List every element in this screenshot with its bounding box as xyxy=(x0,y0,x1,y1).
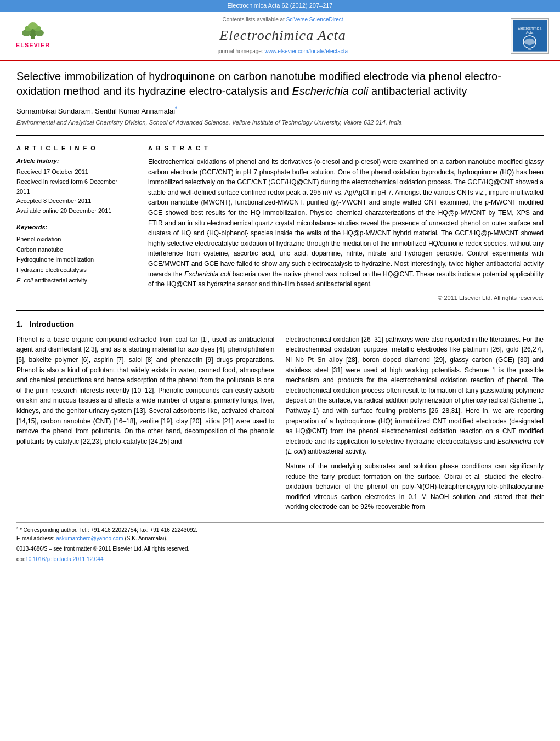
doi-label: doi: xyxy=(16,556,25,562)
keyword-1: Phenol oxidation xyxy=(16,234,128,245)
section-1-label: Introduction xyxy=(29,320,74,329)
svg-point-6 xyxy=(28,22,38,29)
elsevier-wordmark: ELSEVIER xyxy=(16,41,50,49)
article-info-col: A R T I C L E I N F O Article history: R… xyxy=(16,144,137,303)
issn-line: 0013-4686/$ – see front matter © 2011 El… xyxy=(16,545,544,553)
authors-line: Sornambikai Sundaram, Senthil Kumar Anna… xyxy=(16,105,544,117)
email-label: E-mail address: xyxy=(16,535,54,541)
keywords-block: Keywords: Phenol oxidation Carbon nanotu… xyxy=(16,223,128,285)
article-title: Selective immobilization of hydroquinone… xyxy=(16,69,544,99)
issn-text: 0013-4686/$ – see front matter © 2011 El… xyxy=(16,546,189,552)
journal-logo-box: Electrochimica Acta ISE xyxy=(511,18,549,54)
info-abstract-section: A R T I C L E I N F O Article history: R… xyxy=(16,144,544,303)
received-date: Received 17 October 2011 xyxy=(16,167,128,177)
abstract-body: Electrochemical oxidations of phenol and… xyxy=(148,157,544,290)
svg-text:ISE: ISE xyxy=(528,48,532,50)
species-italic-abstract: Escherichia coli xyxy=(184,270,230,278)
author-names: Sornambikai Sundaram, Senthil Kumar Anna… xyxy=(16,107,175,115)
sciverse-link[interactable]: SciVerse ScienceDirect xyxy=(286,16,343,22)
intro-left-col: Phenol is a basic organic compound extra… xyxy=(16,335,275,517)
footnote-star: * * Corresponding author. Tel.: +91 416 … xyxy=(16,525,544,534)
keyword-4: Hydrazine electrocatalysis xyxy=(16,265,128,275)
sciverse-bar: Contents lists available at SciVerse Sci… xyxy=(55,16,511,24)
section-1-title: 1. Introduction xyxy=(16,319,544,330)
elsevier-tree-icon xyxy=(16,22,49,41)
elsevier-logo: ELSEVIER xyxy=(11,22,55,49)
intro-right-col: electrochemical oxidation [26–31] pathwa… xyxy=(286,335,544,517)
homepage-label: journal homepage: xyxy=(218,48,263,54)
species-italic-intro: Escherichia coli xyxy=(497,438,544,445)
corresponding-marker: * xyxy=(175,106,177,112)
footnote-section: * * Corresponding author. Tel.: +91 416 … xyxy=(16,522,544,563)
intro-two-col: Phenol is a basic organic compound extra… xyxy=(16,335,544,517)
footnote-email: E-mail address: askumarchero@yahoo.com (… xyxy=(16,534,544,542)
volume-info-bar: Electrochimica Acta 62 (2012) 207–217 xyxy=(0,0,560,12)
svg-text:Acta: Acta xyxy=(526,31,534,35)
section-1-number: 1. xyxy=(16,320,23,329)
star-sup: * xyxy=(16,526,18,531)
abstract-heading: A B S T R A C T xyxy=(148,144,544,152)
received-revised-date: Received in revised form 6 December 2011 xyxy=(16,177,128,196)
corresponding-note: * Corresponding author. Tel.: +91 416 22… xyxy=(20,527,197,533)
doi-line: doi:10.1016/j.electacta.2011.12.044 xyxy=(16,556,544,563)
available-date: Available online 20 December 2011 xyxy=(16,206,128,216)
keywords-label: Keywords: xyxy=(16,223,128,231)
article-info-heading: A R T I C L E I N F O xyxy=(16,144,128,152)
volume-info-text: Electrochimica Acta 62 (2012) 207–217 xyxy=(227,2,332,9)
keyword-2: Carbon nanotube xyxy=(16,245,128,255)
journal-cover-icon: Electrochimica Acta ISE xyxy=(513,19,547,52)
copyright-line: © 2011 Elsevier Ltd. All rights reserved… xyxy=(148,294,544,302)
italic-species: Escherichia coli xyxy=(292,85,369,97)
journal-center: Contents lists available at SciVerse Sci… xyxy=(55,16,511,55)
journal-header: ELSEVIER Contents lists available at Sci… xyxy=(0,12,560,60)
history-label: Article history: xyxy=(16,157,128,165)
divider-2 xyxy=(16,310,544,311)
keyword-3: Hydroquinone immobilization xyxy=(16,254,128,265)
abstract-col: A B S T R A C T Electrochemical oxidatio… xyxy=(148,144,544,303)
main-content: Selective immobilization of hydroquinone… xyxy=(0,61,560,574)
divider-1 xyxy=(16,135,544,136)
intro-para-left: Phenol is a basic organic compound extra… xyxy=(16,335,275,447)
intro-para-right-1: electrochemical oxidation [26–31] pathwa… xyxy=(286,335,544,457)
intro-para-right-2: Nature of the underlying substrates and … xyxy=(286,461,544,512)
introduction-section: 1. Introduction Phenol is a basic organi… xyxy=(16,319,544,517)
svg-text:Electrochimica: Electrochimica xyxy=(518,26,542,30)
article-history-block: Article history: Received 17 October 201… xyxy=(16,157,128,216)
contents-label: Contents lists available at xyxy=(222,16,284,22)
email-link[interactable]: askumarchero@yahoo.com xyxy=(56,535,123,541)
accepted-date: Accepted 8 December 2011 xyxy=(16,196,128,206)
homepage-url[interactable]: www.elsevier.com/locate/electacta xyxy=(264,48,348,54)
journal-title-text: Electrochimica Acta xyxy=(55,26,511,46)
doi-link[interactable]: 10.1016/j.electacta.2011.12.044 xyxy=(25,556,103,562)
affiliation-text: Environmental and Analytical Chemistry D… xyxy=(16,118,544,127)
email-name: (S.K. Annamalai). xyxy=(125,535,167,541)
keyword-5: E. coli antibacterial activity xyxy=(16,275,128,286)
journal-homepage-line: journal homepage: www.elsevier.com/locat… xyxy=(55,48,511,55)
